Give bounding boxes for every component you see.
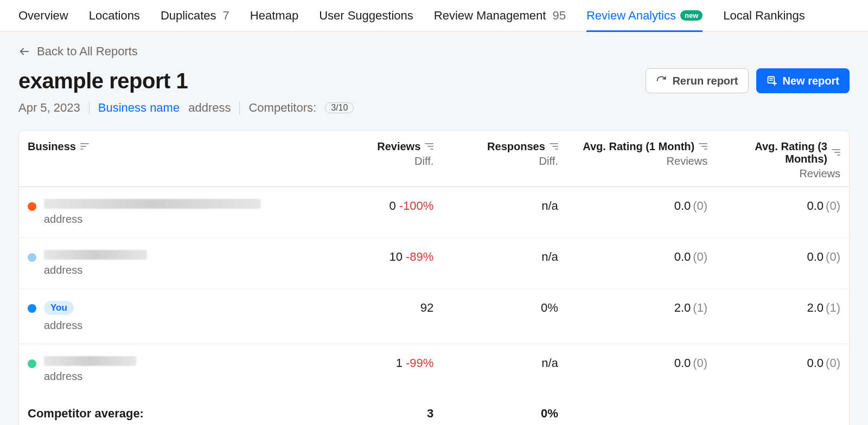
competitors-chip[interactable]: 3/10 — [325, 102, 354, 113]
report-table-card: Business Reviews Diff. Responses Diff. A… — [18, 130, 850, 425]
avg1-value: 0.0 — [674, 199, 691, 212]
tab-duplicates[interactable]: Duplicates7 — [161, 0, 229, 31]
new-report-icon — [767, 75, 777, 86]
reviews-value: 0 — [389, 199, 395, 212]
avg1-count: (0) — [693, 199, 707, 212]
row-address: address — [44, 264, 147, 276]
avg3-value: 0.0 — [807, 356, 824, 370]
color-dot — [28, 202, 36, 211]
table-row: address0-100%n/a0.0(0)0.0(0) — [19, 187, 849, 238]
sort-icon — [699, 143, 707, 151]
business-name-link[interactable]: Business name — [98, 101, 180, 115]
avg3-value: 0.0 — [807, 250, 824, 263]
tab-user-suggestions[interactable]: User Suggestions — [319, 0, 413, 31]
sort-icon — [425, 143, 433, 151]
page-title: example report 1 — [18, 69, 188, 93]
color-dot — [28, 304, 36, 313]
reviews-value: 92 — [420, 301, 433, 314]
col-header-responses[interactable]: Responses Diff. — [442, 131, 567, 187]
back-link-label: Back to All Reports — [37, 44, 138, 59]
report-table: Business Reviews Diff. Responses Diff. A… — [19, 131, 849, 425]
separator — [239, 101, 240, 114]
footer-reviews: 3 — [318, 395, 443, 425]
separator — [89, 101, 90, 114]
reviews-value: 1 — [396, 356, 403, 370]
back-link[interactable]: Back to All Reports — [18, 44, 138, 59]
responses-value: n/a — [541, 356, 558, 370]
reviews-diff: -100% — [399, 199, 434, 212]
avg3-count: (1) — [826, 301, 840, 314]
badge-new: new — [680, 10, 703, 21]
top-nav: Overview Locations Duplicates7 Heatmap U… — [0, 0, 868, 31]
tab-local-rankings[interactable]: Local Rankings — [723, 0, 805, 31]
reviews-value: 10 — [389, 250, 402, 263]
responses-value: n/a — [541, 250, 558, 263]
avg3-count: (0) — [826, 199, 840, 212]
report-meta: Apr 5, 2023 Business name address Compet… — [18, 101, 850, 115]
avg1-count: (1) — [693, 301, 707, 314]
rerun-report-button[interactable]: Rerun report — [646, 68, 748, 93]
reviews-diff: -99% — [406, 356, 433, 370]
avg1-value: 0.0 — [674, 356, 691, 370]
footer-label: Competitor average: — [19, 395, 318, 425]
redacted-name — [44, 356, 136, 366]
row-address: address — [44, 213, 261, 226]
you-badge: You — [44, 301, 74, 315]
table-row: address10-89%n/a0.0(0)0.0(0) — [19, 238, 849, 289]
tab-overview[interactable]: Overview — [18, 0, 68, 31]
footer-responses: 0% — [442, 395, 567, 425]
table-footer-row: Competitor average: 3 0% — [19, 395, 849, 425]
table-row: Youaddress920%2.0(1)2.0(1) — [19, 289, 849, 344]
table-row: address1-99%n/a0.0(0)0.0(0) — [19, 344, 849, 395]
refresh-icon — [656, 75, 667, 86]
tab-heatmap[interactable]: Heatmap — [250, 0, 298, 31]
business-address: address — [188, 101, 231, 115]
tab-locations[interactable]: Locations — [89, 0, 140, 31]
new-report-button[interactable]: New report — [756, 68, 850, 93]
avg1-count: (0) — [693, 356, 707, 370]
col-header-reviews[interactable]: Reviews Diff. — [318, 131, 443, 187]
color-dot — [28, 253, 36, 262]
col-header-avg-3m[interactable]: Avg. Rating (3 Months) Reviews — [716, 131, 849, 187]
tab-review-management[interactable]: Review Management95 — [434, 0, 566, 31]
report-date: Apr 5, 2023 — [18, 101, 80, 115]
avg3-value: 0.0 — [807, 199, 824, 212]
avg1-value: 0.0 — [674, 250, 691, 263]
avg3-value: 2.0 — [807, 301, 824, 314]
col-header-avg-1m[interactable]: Avg. Rating (1 Month) Reviews — [567, 131, 716, 187]
avg3-count: (0) — [826, 250, 840, 263]
redacted-name — [44, 199, 261, 209]
tab-review-analytics[interactable]: Review Analyticsnew — [586, 0, 703, 31]
avg1-value: 2.0 — [674, 301, 691, 314]
row-address: address — [44, 319, 82, 332]
competitors-label: Competitors: — [248, 101, 316, 115]
sort-icon — [80, 143, 89, 151]
arrow-left-icon — [18, 46, 30, 57]
avg3-count: (0) — [826, 356, 840, 370]
color-dot — [28, 359, 36, 368]
sort-icon — [832, 149, 840, 157]
sort-icon — [550, 143, 558, 151]
redacted-name — [44, 250, 147, 260]
avg1-count: (0) — [693, 250, 707, 263]
responses-value: 0% — [541, 301, 558, 314]
col-header-business[interactable]: Business — [19, 131, 318, 187]
reviews-diff: -89% — [406, 250, 433, 263]
responses-value: n/a — [541, 199, 558, 212]
row-address: address — [44, 370, 136, 383]
